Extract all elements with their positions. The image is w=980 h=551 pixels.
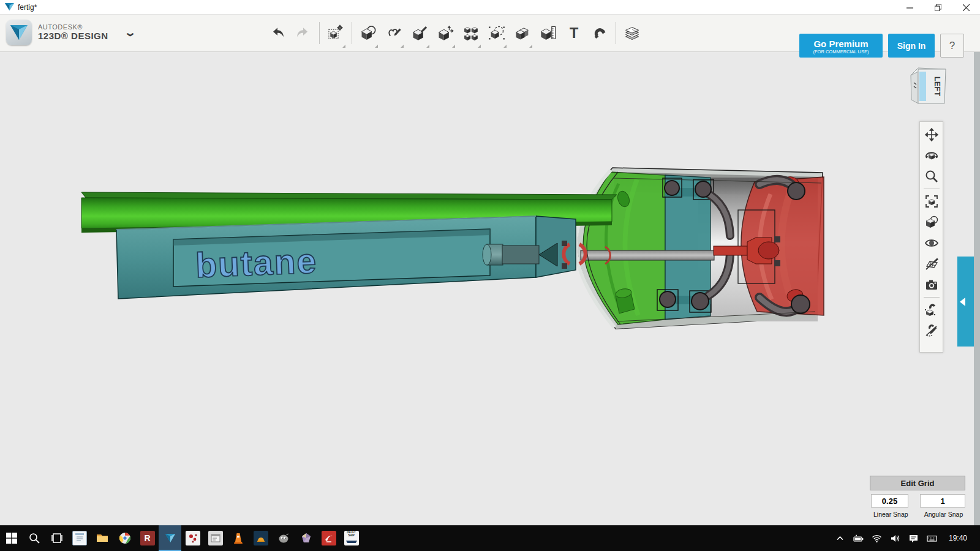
toolbar-separator xyxy=(616,22,616,44)
text-tool-button[interactable]: T xyxy=(561,17,587,50)
main-menu-chevron-icon[interactable]: ⌄ xyxy=(124,26,137,39)
zoom-button[interactable] xyxy=(921,166,942,187)
wifi-icon[interactable] xyxy=(867,525,886,551)
taskbar-search-button[interactable] xyxy=(23,525,45,551)
minimize-button[interactable] xyxy=(895,0,924,15)
taskbar-clock[interactable]: 19:40 xyxy=(944,534,971,542)
toolbar-separator xyxy=(319,22,320,44)
close-button[interactable] xyxy=(952,0,980,15)
snap-sketch-button[interactable] xyxy=(921,320,942,341)
touch-keyboard-icon[interactable] xyxy=(922,525,941,551)
taskbar-app-delftship[interactable]: DELFT SHIP xyxy=(340,525,363,551)
hide-sketches-button[interactable] xyxy=(921,253,942,274)
undo-button[interactable] xyxy=(265,17,290,50)
primitives-tool-button[interactable] xyxy=(355,17,381,50)
system-tray: 19:40 xyxy=(831,525,980,551)
taskbar-app-meshlab[interactable] xyxy=(295,525,317,551)
screenshot-button[interactable] xyxy=(921,274,942,295)
volume-icon[interactable] xyxy=(886,525,904,551)
taskbar-app-vlc[interactable] xyxy=(227,525,249,551)
navbar-separator xyxy=(924,189,940,189)
grid-panel: Edit Grid Linear Snap Angular Snap xyxy=(860,476,976,518)
linear-snap-label: Linear Snap xyxy=(873,511,908,518)
taskbar-app-r[interactable]: R xyxy=(136,525,159,551)
sign-in-button[interactable]: Sign In xyxy=(888,34,935,58)
pattern-tool-button[interactable] xyxy=(458,17,484,50)
snap-tool-button[interactable] xyxy=(587,17,612,50)
battery-icon[interactable] xyxy=(849,525,867,551)
restore-button[interactable] xyxy=(924,0,952,15)
taskbar-app-cura[interactable] xyxy=(249,525,272,551)
taskbar-app-file-explorer[interactable] xyxy=(91,525,113,551)
modify-tool-button[interactable] xyxy=(432,17,458,50)
navbar-separator xyxy=(924,297,940,298)
visibility-button[interactable] xyxy=(921,233,942,253)
taskbar-app-window-utility[interactable] xyxy=(204,525,227,551)
redo-button[interactable] xyxy=(290,17,316,50)
snap-model-button[interactable] xyxy=(921,299,942,320)
svg-text:T: T xyxy=(570,25,578,41)
3d-viewport[interactable]: butane LEFT xyxy=(0,52,980,525)
task-view-button[interactable] xyxy=(45,525,68,551)
viewcube-highlight-edge[interactable] xyxy=(919,72,926,101)
app-logo-icon xyxy=(5,3,14,11)
start-button[interactable] xyxy=(0,525,23,551)
transform-tool-button[interactable] xyxy=(323,17,349,50)
tray-chevron-up-icon[interactable] xyxy=(831,525,849,551)
brand-123d-design: 123D® DESIGN xyxy=(38,31,108,41)
123d-logo[interactable] xyxy=(6,20,32,45)
action-center-icon[interactable] xyxy=(904,525,922,551)
toolbar-separator xyxy=(352,22,352,44)
window-title: fertig* xyxy=(18,3,37,12)
edit-grid-button[interactable]: Edit Grid xyxy=(870,476,965,490)
dropdown-indicator xyxy=(503,45,507,48)
view-cube[interactable]: LEFT xyxy=(903,61,956,113)
taskbar-app-gimp[interactable] xyxy=(272,525,295,551)
angular-snap-input[interactable] xyxy=(920,494,965,508)
fit-button[interactable] xyxy=(921,191,942,212)
measure-tool-button[interactable] xyxy=(535,17,561,50)
main-toolbar: AUTODESK® 123D® DESIGN ⌄ xyxy=(0,15,980,52)
material-tool-button[interactable] xyxy=(619,17,645,50)
dropdown-indicator xyxy=(478,45,481,48)
taskbar-app-notepad[interactable] xyxy=(68,525,91,551)
linear-snap-input[interactable] xyxy=(871,494,908,508)
dropdown-indicator xyxy=(426,45,429,48)
collapsed-panel-tab[interactable] xyxy=(957,257,974,347)
taskbar-app-123d-design-active[interactable] xyxy=(159,525,181,551)
dropdown-indicator xyxy=(375,45,378,48)
pan-button[interactable] xyxy=(921,124,942,145)
angular-snap-label: Angular Snap xyxy=(924,511,963,518)
taskbar-app-sketchup[interactable] xyxy=(317,525,340,551)
taskbar-app-paint-splatter[interactable] xyxy=(181,525,204,551)
model-canvas[interactable]: butane xyxy=(0,52,980,525)
construct-tool-button[interactable] xyxy=(407,17,432,50)
window-titlebar: fertig* xyxy=(0,0,980,15)
expand-panel-arrow-icon xyxy=(960,298,965,306)
dropdown-indicator xyxy=(401,45,404,48)
go-premium-button[interactable]: Go Premium (FOR COMMERCIAL USE) xyxy=(799,34,883,58)
taskbar-app-chrome[interactable] xyxy=(113,525,136,551)
grouping-tool-button[interactable] xyxy=(484,17,510,50)
view-style-button[interactable] xyxy=(921,212,942,233)
delftship-label: DELFT SHIP xyxy=(344,531,359,538)
dropdown-indicator xyxy=(342,45,345,48)
dropdown-indicator xyxy=(452,45,455,48)
combine-tool-button[interactable] xyxy=(510,17,535,50)
model-butane-text: butane xyxy=(195,241,318,285)
view-navigation-toolbar xyxy=(919,121,943,353)
windows-taskbar: R DELFT SHIP xyxy=(0,525,980,551)
orbit-button[interactable] xyxy=(921,145,942,166)
dropdown-indicator xyxy=(529,45,532,48)
viewcube-face-label[interactable]: LEFT xyxy=(933,77,942,97)
right-edge-strip xyxy=(974,52,980,525)
help-button[interactable]: ? xyxy=(940,34,964,58)
sketch-tool-button[interactable] xyxy=(381,17,407,50)
